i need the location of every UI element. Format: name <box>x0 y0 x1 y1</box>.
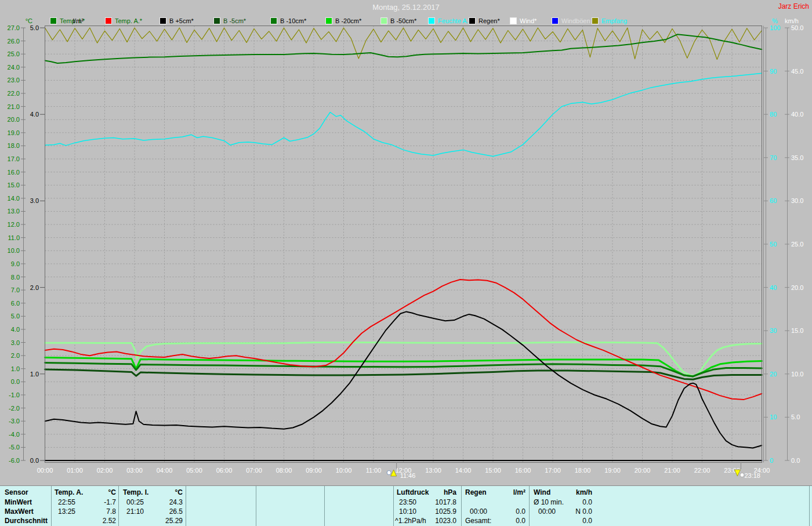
x-tick-label: 11:00 <box>366 467 382 474</box>
axis-temp-label: 24.0 <box>8 64 20 71</box>
axis-temp-label: 18.0 <box>8 142 20 149</box>
axis-temp-label: 15.0 <box>8 182 20 188</box>
axis-wind-label: 5.0 <box>791 413 800 420</box>
x-tick-label: 07:00 <box>246 467 262 474</box>
temp-i-header: Temp. I. <box>123 488 148 496</box>
x-tick-label: 02:00 <box>97 467 113 474</box>
axis-wind-label: 35.0 <box>791 154 803 161</box>
axis-temp-label: 16.0 <box>8 169 20 176</box>
axis-humidity-label: 50 <box>770 241 777 248</box>
axis-rain-label: 5.0 <box>30 24 39 31</box>
axis-temp-label: 13.0 <box>8 208 20 215</box>
axis-temp-label: 2.0 <box>11 352 20 359</box>
axis-wind-label: 40.0 <box>791 111 803 118</box>
axis-rain-label: 1.0 <box>30 371 39 378</box>
temp-i-min-val: 24.3 <box>154 498 183 506</box>
wind-avg10: 0.0 <box>563 498 592 506</box>
temp-a-min-time: 22:55 <box>58 498 75 506</box>
axis-temp-label: 19.0 <box>8 129 20 136</box>
axis-humidity-label: 0 <box>770 457 773 464</box>
x-tick-label: 17:00 <box>545 467 561 474</box>
temp-i-unit: °C <box>154 488 183 496</box>
luftdruck-header: Luftdruck <box>397 488 429 496</box>
table-divider <box>461 486 462 526</box>
axis-rain-label: 0.0 <box>30 457 39 464</box>
table-divider <box>51 486 52 526</box>
x-tick-label: 16:00 <box>515 467 531 474</box>
axis-wind-label: 50.0 <box>791 24 803 31</box>
stats-table: Sensor MinWert MaxWert Durchschnitt Temp… <box>0 485 812 526</box>
unit-label-temp: °C <box>26 17 32 24</box>
series-feuchte-a <box>45 73 762 156</box>
x-tick-label: 22:00 <box>694 467 710 474</box>
axis-temp-label: 4.0 <box>11 326 20 333</box>
axis-temp-label: 25.0 <box>8 50 20 57</box>
axis-rain-label: 3.0 <box>30 197 39 204</box>
wind-unit: km/h <box>563 488 592 496</box>
luftdruck-unit: hPa <box>427 488 456 496</box>
unit-label-wind: km/h <box>785 17 799 24</box>
axis-humidity-label: 10 <box>770 413 777 420</box>
x-tick-label: 05:00 <box>186 467 202 474</box>
regen-header: Regen <box>465 488 487 496</box>
x-tick-label: 10:00 <box>336 467 352 474</box>
chart-plot: 27.026.025.024.023.022.021.020.019.018.0… <box>0 0 812 484</box>
x-tick-label: 15:00 <box>485 467 501 474</box>
axis-wind-label: 25.0 <box>791 241 803 248</box>
temp-i-max-val: 26.5 <box>154 507 183 516</box>
temp-i-max-time: 21:10 <box>126 507 144 516</box>
wind-header: Wind <box>534 488 550 496</box>
moon-icon <box>740 473 744 477</box>
table-divider <box>809 486 810 526</box>
sun-marker-time: 23:18 <box>744 472 760 479</box>
temp-i-min-time: 00:25 <box>126 498 144 506</box>
temp-a-header: Temp. A. <box>55 488 83 496</box>
axis-temp-label: -6.0 <box>9 457 20 464</box>
x-tick-label: 20:00 <box>635 467 651 474</box>
axis-temp-label: 7.0 <box>11 286 20 293</box>
axis-humidity-label: 70 <box>770 154 777 161</box>
axis-temp-label: -3.0 <box>9 418 20 425</box>
x-tick-label: 04:00 <box>157 467 173 474</box>
table-divider <box>118 486 119 526</box>
axis-humidity-label: 60 <box>770 197 777 204</box>
regen-unit: l/m² <box>496 488 525 496</box>
luftdruck-min-time: 23:50 <box>399 498 416 506</box>
regen-total: 0.0 <box>496 517 525 525</box>
x-tick-label: 13:00 <box>425 467 441 474</box>
temp-i-avg: 25.29 <box>154 517 183 525</box>
axis-temp-label: -1.0 <box>9 391 20 398</box>
axis-temp-label: 22.0 <box>8 90 20 97</box>
temp-a-avg: 2.52 <box>87 517 116 525</box>
axis-temp-label: 23.0 <box>8 77 20 84</box>
axis-temp-label: 20.0 <box>8 116 20 123</box>
axis-wind-label: 45.0 <box>791 68 803 75</box>
weather-chart-window: Montag, 25.12.2017 Jarz Erich Temp. I.*T… <box>0 0 812 526</box>
x-tick-label: 19:00 <box>604 467 621 474</box>
axis-wind-label: 15.0 <box>791 327 803 334</box>
axis-temp-label: 10.0 <box>8 247 20 254</box>
row-label-minwert: MinWert <box>5 498 32 506</box>
wind-avg: 0.0 <box>563 517 592 525</box>
axis-temp-label: -2.0 <box>9 405 20 412</box>
axis-wind-label: 10.0 <box>791 371 803 378</box>
luftdruck-max-val: 1025.9 <box>427 507 456 516</box>
axis-temp-label: 11.0 <box>8 234 20 241</box>
axis-temp-label: 0.0 <box>11 378 20 385</box>
axis-rain-label: 2.0 <box>30 284 39 291</box>
luftdruck-avg: 1023.0 <box>427 517 456 525</box>
sun-icon <box>387 471 391 475</box>
axis-wind-label: 30.0 <box>791 197 803 204</box>
axis-temp-label: 27.0 <box>8 24 20 31</box>
axis-humidity-label: 40 <box>770 284 777 291</box>
luftdruck-min-val: 1017.8 <box>427 498 456 506</box>
axis-temp-label: 9.0 <box>11 260 20 267</box>
axis-humidity-label: 90 <box>770 68 777 75</box>
axis-temp-label: 3.0 <box>11 339 20 346</box>
axis-temp-label: -5.0 <box>9 444 20 451</box>
sun-marker-time: 11:46 <box>400 472 416 479</box>
wind-dir-val: N 0.0 <box>563 507 592 516</box>
axis-wind-label: 20.0 <box>791 284 803 291</box>
axis-temp-label: 17.0 <box>8 155 20 162</box>
axis-temp-label: 1.0 <box>11 365 20 372</box>
